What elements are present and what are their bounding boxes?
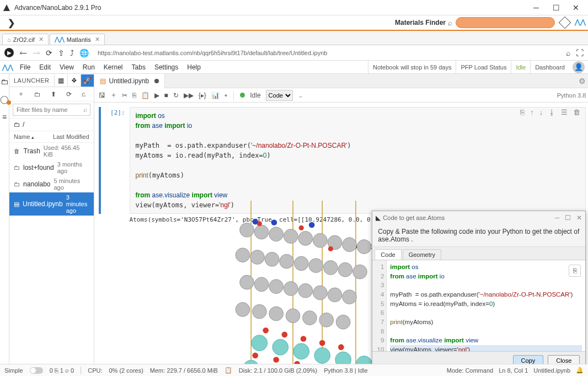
add-cell-icon[interactable]: ＋ <box>110 90 117 100</box>
sort-caret-icon: ▴ <box>31 135 34 140</box>
notebook-tab-untitled[interactable]: ▤ Untitled.ipynb <box>94 74 165 88</box>
search-nav-icon[interactable]: ⌕ <box>566 49 570 57</box>
unsaved-dot-icon <box>154 79 159 83</box>
move-down-icon[interactable]: ↓ <box>539 108 543 116</box>
variable-icon[interactable]: 📊 <box>211 92 220 99</box>
simple-label: Simple <box>4 367 23 374</box>
minimize-button[interactable]: ─ <box>526 1 546 14</box>
cell-type-select[interactable]: Code <box>266 90 293 101</box>
cell-prompt: [2]: <box>102 107 130 214</box>
notification-bell-icon[interactable]: 🔔 <box>576 367 584 374</box>
popup-maximize-icon[interactable]: ☐ <box>565 214 571 222</box>
svg-point-49 <box>263 327 269 334</box>
popup-tab-code[interactable]: Code <box>375 249 401 260</box>
running-kernels-icon[interactable]: ◯ <box>0 95 9 104</box>
launcher-rocket-icon[interactable]: 🚀 <box>81 74 94 87</box>
file-browser-icon[interactable]: 🗀 <box>1 77 8 86</box>
more-icon[interactable]: ☰ <box>561 108 568 116</box>
cut-icon[interactable]: ✂ <box>122 92 127 99</box>
new-launcher-icon[interactable]: ＋ <box>18 89 24 99</box>
save-icon[interactable]: 🖫 <box>99 92 105 99</box>
file-row-trash[interactable]: 🗑 Trash Used: 456.45 KiB <box>9 143 94 159</box>
col-modified[interactable]: Last Modified <box>53 133 89 140</box>
insert-below-icon[interactable]: ⭳ <box>548 108 555 116</box>
forward-icon[interactable]: 🡒 <box>33 49 40 57</box>
popup-close-icon[interactable]: ✕ <box>576 214 582 222</box>
popup-tab-geometry[interactable]: Geometry <box>403 249 441 260</box>
back-icon[interactable]: 🡐 <box>19 49 27 57</box>
tab-matlantis[interactable]: ⋀⋀ Matlantis ✕ <box>50 34 105 45</box>
paste-icon[interactable]: 📋 <box>141 92 149 99</box>
copy-icon[interactable]: ⎘ <box>132 92 136 99</box>
run-cell-icon[interactable]: ▶ <box>154 92 159 99</box>
filter-input[interactable] <box>13 104 90 116</box>
menu-file[interactable]: File <box>15 63 35 71</box>
popup-minimize-icon[interactable]: ─ <box>555 214 560 222</box>
menu-kernel[interactable]: Kernel <box>99 63 127 71</box>
forward-caret-icon[interactable]: ❯ <box>4 18 18 28</box>
run-icon[interactable]: ▶ <box>4 48 14 57</box>
close-icon[interactable]: ✕ <box>39 36 44 43</box>
popup-titlebar[interactable]: ◣ Code to get ase.Atoms ─ ☐ ✕ <box>372 211 585 224</box>
dashboard-link[interactable]: Dashboard <box>530 61 569 73</box>
cell-editor[interactable]: import os from ase import io myPath = os… <box>130 107 586 214</box>
menu-view[interactable]: View <box>55 63 78 71</box>
toolbar-chevron-icon[interactable]: ⌄ <box>298 92 303 99</box>
materials-finder-search[interactable] <box>456 17 555 28</box>
simple-toggle[interactable] <box>30 367 43 374</box>
move-up-icon[interactable]: ↑ <box>530 108 534 116</box>
col-name[interactable]: Name▴ <box>14 133 53 140</box>
popup-source[interactable]: import os from ase import io myPath = os… <box>387 260 585 351</box>
share-icon[interactable]: ⤴ <box>70 49 74 57</box>
code-bracket-icon[interactable]: {▸} <box>199 92 206 99</box>
search-icon[interactable]: ⌕ <box>448 19 452 27</box>
menu-edit[interactable]: Edit <box>35 63 55 71</box>
run-all-icon[interactable]: ▶▶ <box>184 92 194 99</box>
globe-icon[interactable]: 🌐 <box>79 49 89 57</box>
menu-settings[interactable]: Settings <box>150 63 183 71</box>
duplicate-cell-icon[interactable]: ⎘ <box>520 108 525 116</box>
file-row-untitled[interactable]: ▤ Untitled.ipynb 3 minutes ago <box>9 192 94 216</box>
close-button[interactable]: ✕ <box>566 1 586 14</box>
tab-zro2[interactable]: ⌂ ZrO2.cif ✕ <box>2 34 49 45</box>
popup-tabs: Code Geometry <box>372 247 585 260</box>
kernel-name[interactable]: Python 3.8 <box>557 92 586 99</box>
clipboard-icon[interactable]: 📋 <box>224 367 232 374</box>
refresh-icon[interactable]: ⟳ <box>46 49 52 57</box>
svg-point-26 <box>284 282 298 296</box>
trash-icon: 🗑 <box>14 148 20 154</box>
outline-icon[interactable]: ≡ <box>2 112 7 121</box>
svg-point-36 <box>319 313 333 327</box>
stop-icon[interactable]: ■ <box>164 92 168 99</box>
upload-icon[interactable]: ⇪ <box>58 49 65 57</box>
refresh-files-icon[interactable]: ⟳ <box>66 90 72 98</box>
settings-gear-icon[interactable]: ⚙ <box>574 77 588 85</box>
delete-cell-icon[interactable]: 🗑 <box>573 108 580 116</box>
menu-help[interactable]: Help <box>183 63 205 71</box>
code-cell[interactable]: [2]: import os from ase import io myPath… <box>99 107 586 214</box>
svg-point-25 <box>269 280 283 294</box>
launcher-grid-icon[interactable]: ▦ <box>54 74 67 87</box>
url-bar[interactable]: https://nanolabo-test.matlantis.com/nb/q… <box>98 50 560 56</box>
popup-copy-icon[interactable]: ⎘ <box>569 265 581 277</box>
svg-point-19 <box>308 259 323 273</box>
cube-icon[interactable] <box>559 17 571 29</box>
launcher-settings-icon[interactable]: ❖ <box>67 74 81 87</box>
maximize-button[interactable]: ☐ <box>546 1 566 14</box>
close-icon[interactable]: ✕ <box>95 36 100 43</box>
svg-point-17 <box>279 254 293 268</box>
file-row-nanolabo[interactable]: 🗀 nanolabo 5 minutes ago <box>9 176 94 192</box>
user-avatar-icon[interactable]: 👤 <box>573 61 585 73</box>
fullscreen-icon[interactable]: ⛶ <box>576 49 584 57</box>
restart-icon[interactable]: ↻ <box>173 92 179 99</box>
breadcrumb[interactable]: 🗀 / <box>9 119 94 131</box>
new-folder-icon[interactable]: 🗀 <box>34 90 41 98</box>
svg-point-7 <box>269 227 283 241</box>
git-icon[interactable]: ⎌ <box>82 90 85 98</box>
popup-code-area[interactable]: 1 2 3 4 5 6 7 8 9 10 import os from ase … <box>372 260 585 351</box>
menu-run[interactable]: Run <box>78 63 99 71</box>
file-row-lostfound[interactable]: 🗀 lost+found 3 months ago <box>9 159 94 176</box>
upload-file-icon[interactable]: ⬆ <box>51 90 56 98</box>
menu-tabs[interactable]: Tabs <box>127 63 150 71</box>
matlantis-icon[interactable]: ⋀⋀ <box>575 18 584 27</box>
